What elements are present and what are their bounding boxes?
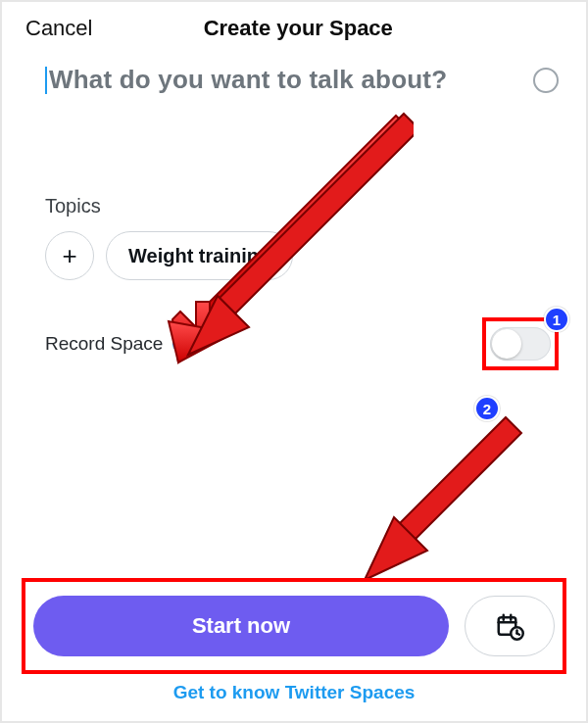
svg-marker-6 <box>390 417 521 549</box>
annotation-badge-1: 1 <box>544 307 569 332</box>
topics-label: Topics <box>45 195 543 217</box>
annotation-box-2: Start now <box>22 578 566 674</box>
space-name-placeholder: What do you want to talk about? <box>49 65 533 95</box>
record-space-toggle[interactable] <box>490 327 551 361</box>
schedule-button[interactable] <box>465 596 555 656</box>
create-space-screen: Cancel Create your Space What do you wan… <box>0 0 588 723</box>
annotation-badge-2: 2 <box>474 396 500 421</box>
calendar-clock-icon <box>495 611 524 641</box>
toggle-knob <box>492 329 521 359</box>
selection-circle-icon[interactable] <box>533 68 559 93</box>
topic-chips-row: + Weight training <box>45 231 543 280</box>
annotation-arrow-2 <box>351 411 527 588</box>
record-space-row: Record Space i 1 <box>2 317 586 370</box>
header-bar: Cancel Create your Space <box>2 2 586 55</box>
start-now-label: Start now <box>192 613 290 639</box>
topic-chip[interactable]: Weight training <box>106 231 293 280</box>
bottom-area: 2 Start now <box>22 578 566 703</box>
start-now-button[interactable]: Start now <box>33 596 449 656</box>
topic-chip-label: Weight training <box>128 245 270 267</box>
space-name-input[interactable]: What do you want to talk about? <box>2 55 586 95</box>
info-icon[interactable]: i <box>172 334 192 354</box>
text-caret <box>45 67 47 94</box>
plus-icon: + <box>62 241 76 271</box>
svg-marker-7 <box>365 517 427 580</box>
record-space-label: Record Space <box>45 333 163 355</box>
svg-line-14 <box>517 634 520 635</box>
topics-section: Topics + Weight training <box>2 195 586 280</box>
learn-more-link[interactable]: Get to know Twitter Spaces <box>22 682 566 703</box>
add-topic-button[interactable]: + <box>45 231 94 280</box>
page-title: Create your Space <box>33 16 563 41</box>
annotation-box-1: 1 <box>482 317 559 370</box>
